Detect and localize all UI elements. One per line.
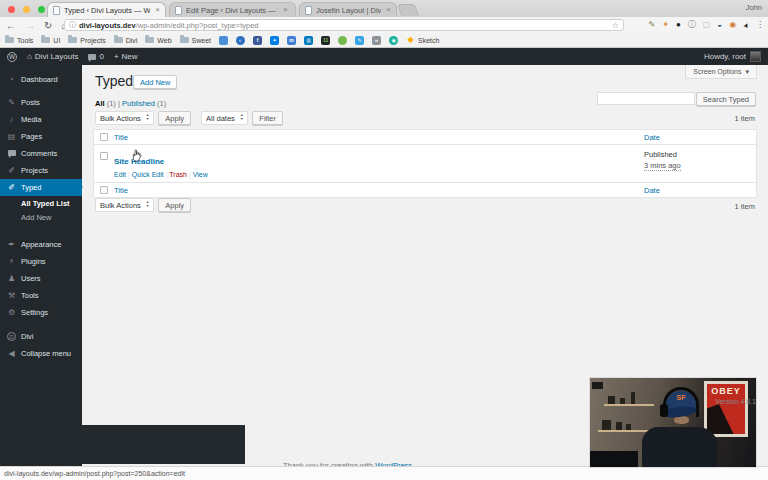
bookmark-favicon[interactable] bbox=[219, 36, 228, 45]
tab-close-icon[interactable]: × bbox=[155, 6, 160, 14]
filter-button[interactable]: Filter bbox=[252, 111, 283, 125]
bookmark-folder-divi[interactable]: Divi bbox=[114, 37, 138, 44]
add-new-button[interactable]: Add New bbox=[133, 75, 177, 89]
bookmark-folder-sweet[interactable]: Sweet bbox=[180, 37, 211, 44]
bookmark-favicon[interactable]: ✎ bbox=[355, 36, 364, 45]
zoom-window-icon[interactable] bbox=[38, 6, 45, 13]
url-domain: divi-layouts.dev bbox=[79, 21, 136, 30]
address-bar[interactable]: ⓘ divi-layouts.dev /wp-admin/edit.php?po… bbox=[64, 19, 624, 31]
close-window-icon[interactable] bbox=[8, 6, 15, 13]
sidebar-item-divi[interactable]: DDivi bbox=[0, 328, 82, 345]
webcam-overlay: OBEY SF bbox=[589, 377, 757, 468]
sidebar-subitem-all-typed-list[interactable]: All Typed List bbox=[0, 196, 82, 210]
sidebar-item-comments[interactable]: Comments bbox=[0, 145, 82, 162]
sketch-diamond-icon: ◆ bbox=[406, 36, 415, 45]
chrome-profile-button[interactable]: John bbox=[746, 3, 762, 12]
dropbox-favicon[interactable]: ✦ bbox=[270, 36, 279, 45]
bulk-actions-select[interactable]: Bulk Actions bbox=[95, 198, 154, 212]
page-favicon bbox=[53, 6, 60, 15]
apply-button[interactable]: Apply bbox=[158, 198, 191, 212]
sidebar-item-plugins[interactable]: ⚡Plugins bbox=[0, 253, 82, 270]
back-icon[interactable]: ← bbox=[6, 20, 16, 31]
chrome-menu-icon[interactable]: ⋮ bbox=[756, 21, 764, 29]
tab-close-icon[interactable]: × bbox=[283, 6, 288, 14]
posts-list-table: Title Date Site Headline Edit | Quick Ed… bbox=[93, 129, 757, 198]
bookmark-favicon[interactable] bbox=[338, 36, 347, 45]
extension-icon[interactable]: ✦ bbox=[662, 21, 669, 29]
row-checkbox[interactable] bbox=[100, 152, 108, 160]
sidebar-item-posts[interactable]: ✎Posts bbox=[0, 94, 82, 111]
tab-typed[interactable]: Typed ‹ Divi Layouts — WordPre × bbox=[47, 2, 166, 17]
sidebar-item-users[interactable]: ♟Users bbox=[0, 270, 82, 287]
sidebar-item-projects[interactable]: ✐Projects bbox=[0, 162, 82, 179]
sidebar-item-typed[interactable]: ✐Typed bbox=[0, 179, 82, 196]
bookmark-favicon[interactable]: ∞ bbox=[372, 36, 381, 45]
sidebar-item-settings[interactable]: ⚙Settings bbox=[0, 304, 82, 321]
folder-icon bbox=[41, 37, 50, 43]
bookmark-favicon[interactable]: ◉ bbox=[389, 36, 398, 45]
tab-josefin-layout[interactable]: Josefin Layout | Divi Layouts × bbox=[299, 2, 397, 17]
trello-favicon[interactable]: ▥ bbox=[304, 36, 313, 45]
admin-bar-new[interactable]: + New bbox=[114, 52, 138, 61]
sidebar-item-appearance[interactable]: ✒Appearance bbox=[0, 236, 82, 253]
sidebar-item-dashboard[interactable]: ◔Dashboard bbox=[0, 71, 82, 88]
bookmark-star-icon[interactable]: ☆ bbox=[612, 21, 619, 30]
quick-edit-link[interactable]: Quick Edit bbox=[132, 171, 164, 178]
wordpress-logo-icon[interactable]: W bbox=[7, 52, 17, 62]
tablenav-top: Bulk Actions Apply All dates Filter bbox=[95, 111, 283, 125]
sidebar-item-tools[interactable]: ⚒Tools bbox=[0, 287, 82, 304]
sidebar-subitem-add-new[interactable]: Add New bbox=[0, 210, 82, 224]
bookmark-folder-ui[interactable]: UI bbox=[41, 37, 60, 44]
column-title-footer[interactable]: Title bbox=[114, 186, 644, 195]
extension-icon[interactable]: ▢ bbox=[703, 21, 711, 29]
shelf-item bbox=[626, 424, 631, 430]
bookmark-favicon[interactable]: m bbox=[287, 36, 296, 45]
column-date-footer[interactable]: Date bbox=[644, 186, 756, 195]
new-tab-button[interactable] bbox=[397, 4, 419, 16]
bookmark-favicon[interactable]: 11 bbox=[321, 36, 330, 45]
select-all-checkbox[interactable] bbox=[100, 133, 108, 141]
trash-link[interactable]: Trash bbox=[169, 171, 187, 178]
tab-close-icon[interactable]: × bbox=[386, 6, 391, 14]
divi-logo-icon: D bbox=[7, 332, 16, 341]
view-all-link[interactable]: All bbox=[95, 99, 105, 108]
search-input[interactable] bbox=[597, 92, 695, 105]
tab-edit-page[interactable]: Edit Page ‹ Divi Layouts — Wo × bbox=[169, 2, 296, 17]
screen-options-tab[interactable]: Screen Options ▾ bbox=[685, 65, 757, 79]
cursor-extension-icon[interactable]: ➤ bbox=[742, 21, 751, 29]
extension-icon[interactable]: ◉ bbox=[729, 21, 736, 29]
bookmark-favicon[interactable]: ◐ bbox=[236, 36, 245, 45]
howdy-account-menu[interactable]: Howdy, root bbox=[704, 52, 746, 61]
forward-icon[interactable]: → bbox=[25, 20, 35, 31]
minimize-window-icon[interactable] bbox=[23, 6, 30, 13]
facebook-favicon[interactable]: f bbox=[253, 36, 262, 45]
edit-link[interactable]: Edit bbox=[114, 171, 126, 178]
view-link[interactable]: View bbox=[193, 171, 208, 178]
admin-bar-comments[interactable]: 0 bbox=[88, 52, 103, 61]
extension-icon[interactable]: ● bbox=[676, 21, 681, 29]
search-typed-button[interactable]: Search Typed bbox=[696, 92, 756, 106]
apply-button[interactable]: Apply bbox=[158, 111, 191, 125]
bookmark-folder-tools[interactable]: Tools bbox=[5, 37, 33, 44]
bookmark-sketch[interactable]: ◆ Sketch bbox=[406, 36, 439, 45]
tab-label: Josefin Layout | Divi Layouts bbox=[316, 6, 381, 15]
select-all-checkbox[interactable] bbox=[100, 186, 108, 194]
page-info-icon[interactable]: ⓘ bbox=[69, 20, 76, 30]
all-dates-select[interactable]: All dates bbox=[201, 111, 248, 125]
bookmark-folder-projects[interactable]: Projects bbox=[68, 37, 105, 44]
extension-icon[interactable]: ⓘ bbox=[688, 21, 696, 29]
avatar bbox=[750, 51, 761, 62]
column-date-header[interactable]: Date bbox=[644, 133, 756, 142]
sidebar-item-collapse-menu[interactable]: ◀Collapse menu bbox=[0, 345, 82, 362]
view-published-link[interactable]: Published bbox=[122, 99, 155, 108]
bookmark-folder-web[interactable]: Web bbox=[145, 37, 171, 44]
bulk-actions-select[interactable]: Bulk Actions bbox=[95, 111, 154, 125]
sidebar-item-media[interactable]: ♪Media bbox=[0, 111, 82, 128]
extension-icon[interactable]: ✎ bbox=[648, 21, 655, 29]
reload-icon[interactable]: ↻ bbox=[44, 20, 52, 31]
column-title-header[interactable]: Title bbox=[114, 133, 644, 142]
pocket-extension-icon[interactable]: ◒ bbox=[717, 21, 722, 29]
sidebar-item-pages[interactable]: ▤Pages bbox=[0, 128, 82, 145]
admin-bar-site-name[interactable]: ⌂ Divi Layouts bbox=[27, 52, 78, 61]
window-controls[interactable] bbox=[8, 6, 45, 13]
